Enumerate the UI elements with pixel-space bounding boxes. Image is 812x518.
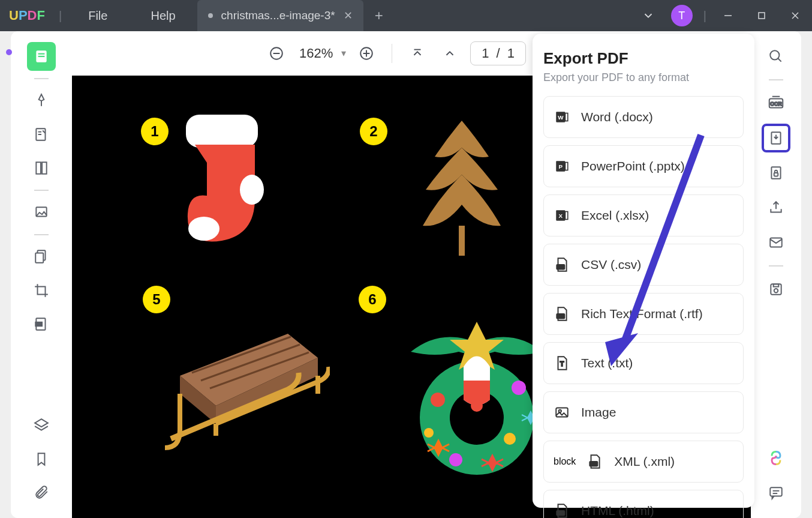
- user-avatar[interactable]: T: [671, 5, 693, 26]
- titlebar: U P D F | File Help christmas...e-image-…: [0, 0, 812, 31]
- share-button[interactable]: [762, 193, 790, 222]
- svg-point-44: [770, 50, 779, 59]
- stocking-icon: [177, 115, 285, 253]
- separator: [34, 190, 49, 191]
- save-button[interactable]: [762, 275, 790, 304]
- minimize-button[interactable]: [711, 0, 745, 31]
- ai-assistant-button[interactable]: [762, 444, 790, 472]
- svg-rect-11: [42, 162, 47, 174]
- close-icon[interactable]: ✕: [344, 9, 353, 22]
- comment-button[interactable]: [762, 478, 790, 507]
- left-toolbar: [11, 31, 72, 518]
- total-pages: 1: [507, 46, 515, 61]
- export-pdf-panel: Export PDF Export your PDF to any format…: [533, 34, 754, 508]
- excel-icon: X: [554, 207, 570, 224]
- svg-text:CSV: CSV: [557, 265, 564, 269]
- separator: [34, 234, 49, 235]
- export-rtf-button[interactable]: RTF Rich Text Format (.rtf): [543, 293, 744, 335]
- word-icon: W: [554, 109, 570, 125]
- tab-indicator-icon: [208, 13, 213, 18]
- export-item-label: Excel (.xlsx): [581, 208, 649, 223]
- text-icon: T: [554, 355, 570, 372]
- export-item-label: Rich Text Format (.rtf): [581, 307, 703, 321]
- svg-text:W: W: [558, 114, 564, 121]
- export-text-button[interactable]: T Text (.txt): [543, 342, 744, 384]
- page-layout-tool-button[interactable]: [27, 154, 56, 182]
- svg-text:RTF: RTF: [558, 315, 564, 318]
- redact-tool-button[interactable]: [27, 310, 56, 339]
- right-toolbar: OCR: [751, 31, 801, 518]
- svg-rect-14: [35, 253, 43, 263]
- email-button[interactable]: [762, 228, 790, 257]
- svg-rect-64: [565, 163, 567, 170]
- svg-point-26: [240, 175, 264, 205]
- svg-point-43: [424, 428, 434, 438]
- layers-button[interactable]: [27, 411, 56, 440]
- document-tab[interactable]: christmas...e-image-3* ✕: [197, 0, 363, 31]
- svg-text:P: P: [559, 163, 563, 170]
- export-item-label: PowerPoint (.pptx): [581, 159, 685, 173]
- svg-rect-5: [38, 53, 45, 55]
- bookmarks-button[interactable]: [27, 445, 56, 474]
- image-icon: [554, 404, 570, 421]
- app-logo[interactable]: U P D F: [0, 8, 54, 23]
- export-item-label: CSV (.csv): [581, 257, 641, 272]
- search-button[interactable]: [762, 42, 790, 71]
- logo-letter: P: [19, 8, 28, 23]
- svg-point-41: [449, 453, 462, 466]
- maximize-button[interactable]: [745, 0, 778, 31]
- close-button[interactable]: [778, 0, 812, 31]
- attachments-button[interactable]: [27, 478, 56, 507]
- menu-file[interactable]: File: [67, 9, 129, 23]
- organize-pages-tool-button[interactable]: [27, 242, 56, 271]
- svg-rect-67: [565, 212, 567, 220]
- prev-page-button[interactable]: [438, 41, 462, 65]
- new-tab-button[interactable]: +: [363, 7, 395, 24]
- svg-rect-16: [35, 322, 42, 327]
- html-icon: H: [554, 502, 570, 518]
- separator: [34, 78, 49, 79]
- export-image-button[interactable]: Image: [543, 391, 744, 433]
- export-excel-button[interactable]: X Excel (.xlsx): [543, 194, 744, 236]
- zoom-level[interactable]: 162% ▾: [297, 46, 346, 61]
- zoom-out-button[interactable]: [264, 41, 288, 65]
- page-number-input[interactable]: 1 / 1: [470, 41, 526, 65]
- panel-subtitle: Export your PDF to any format: [543, 71, 744, 84]
- caret-down-icon: ▾: [341, 47, 346, 59]
- export-item-label: HTML (.html): [581, 504, 654, 518]
- tabs-dropdown-icon[interactable]: [631, 0, 665, 31]
- indicator-dot: [6, 49, 12, 55]
- ocr-button[interactable]: OCR: [762, 89, 790, 118]
- separator: [769, 265, 783, 267]
- pinecone-icon: [405, 115, 519, 271]
- svg-rect-24: [186, 115, 258, 148]
- svg-rect-10: [36, 162, 41, 174]
- export-html-button[interactable]: H HTML (.html): [543, 490, 744, 518]
- export-powerpoint-button[interactable]: P PowerPoint (.pptx): [543, 145, 744, 187]
- svg-text:T: T: [560, 360, 564, 367]
- export-word-button[interactable]: W Word (.docx): [543, 96, 744, 138]
- svg-rect-61: [565, 113, 567, 121]
- export-item-label: Word (.docx): [581, 110, 653, 124]
- divider: |: [59, 9, 62, 23]
- export-csv-button[interactable]: CSV CSV (.csv): [543, 244, 744, 286]
- zoom-in-button[interactable]: [354, 41, 378, 65]
- protect-button[interactable]: [762, 158, 790, 187]
- fill-sign-tool-button[interactable]: [27, 198, 56, 227]
- highlight-tool-button[interactable]: [27, 86, 56, 115]
- reader-tool-button[interactable]: [27, 42, 56, 71]
- csv-icon: CSV: [554, 256, 570, 273]
- panel-title: Export PDF: [543, 49, 744, 68]
- svg-text:OCR: OCR: [770, 101, 782, 107]
- current-page: 1: [482, 46, 489, 61]
- divider: |: [703, 9, 706, 23]
- tab-title: christmas...e-image-3*: [221, 9, 335, 22]
- svg-point-42: [504, 433, 516, 445]
- export-pdf-button[interactable]: [762, 124, 790, 152]
- menu-help[interactable]: Help: [129, 9, 197, 23]
- edit-text-tool-button[interactable]: [27, 120, 56, 149]
- svg-point-40: [512, 381, 526, 395]
- export-xml-button[interactable]: block </> XML (.xml): [543, 441, 744, 483]
- first-page-button[interactable]: [405, 41, 429, 65]
- crop-tool-button[interactable]: [27, 276, 56, 305]
